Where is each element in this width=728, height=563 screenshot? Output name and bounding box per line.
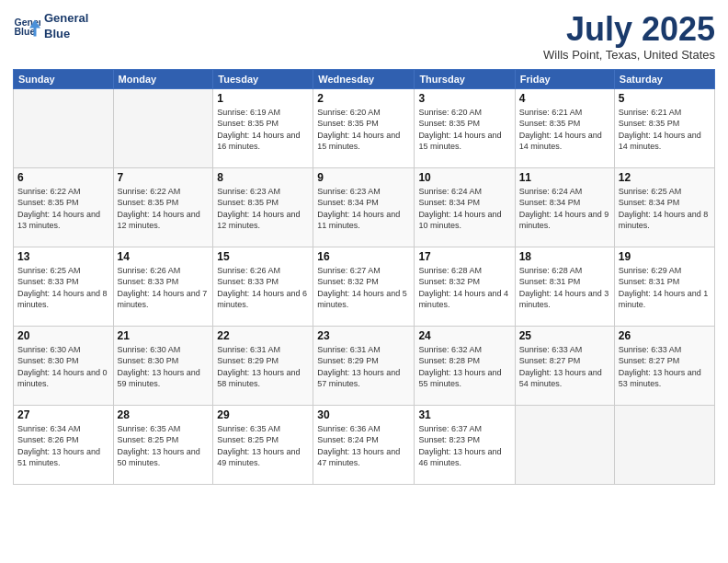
- day-info: Sunrise: 6:23 AM Sunset: 8:35 PM Dayligh…: [217, 186, 309, 232]
- day-info: Sunrise: 6:33 AM Sunset: 8:27 PM Dayligh…: [619, 344, 711, 390]
- day-number: 4: [519, 92, 610, 105]
- calendar-cell: [614, 405, 714, 484]
- day-info: Sunrise: 6:30 AM Sunset: 8:30 PM Dayligh…: [17, 344, 109, 390]
- calendar-cell: 17Sunrise: 6:28 AM Sunset: 8:32 PM Dayli…: [415, 247, 515, 326]
- calendar-cell: [515, 405, 614, 484]
- calendar-cell: 25Sunrise: 6:33 AM Sunset: 8:27 PM Dayli…: [515, 326, 614, 405]
- day-info: Sunrise: 6:30 AM Sunset: 8:30 PM Dayligh…: [118, 344, 210, 390]
- weekday-header-friday: Friday: [515, 69, 614, 88]
- day-info: Sunrise: 6:25 AM Sunset: 8:33 PM Dayligh…: [17, 265, 109, 311]
- day-number: 27: [17, 408, 109, 421]
- day-info: Sunrise: 6:26 AM Sunset: 8:33 PM Dayligh…: [118, 265, 210, 311]
- logo-line1: General: [44, 11, 88, 27]
- day-info: Sunrise: 6:20 AM Sunset: 8:35 PM Dayligh…: [317, 107, 410, 153]
- calendar-cell: [14, 88, 114, 167]
- day-info: Sunrise: 6:24 AM Sunset: 8:34 PM Dayligh…: [519, 186, 610, 232]
- day-info: Sunrise: 6:26 AM Sunset: 8:33 PM Dayligh…: [217, 265, 309, 311]
- calendar-cell: 20Sunrise: 6:30 AM Sunset: 8:30 PM Dayli…: [14, 326, 114, 405]
- calendar-cell: 13Sunrise: 6:25 AM Sunset: 8:33 PM Dayli…: [14, 247, 114, 326]
- calendar-cell: 11Sunrise: 6:24 AM Sunset: 8:34 PM Dayli…: [515, 167, 614, 247]
- day-info: Sunrise: 6:28 AM Sunset: 8:32 PM Dayligh…: [418, 265, 510, 311]
- day-info: Sunrise: 6:21 AM Sunset: 8:35 PM Dayligh…: [519, 107, 610, 153]
- calendar-week-row: 27Sunrise: 6:34 AM Sunset: 8:26 PM Dayli…: [14, 405, 715, 484]
- calendar-week-row: 20Sunrise: 6:30 AM Sunset: 8:30 PM Dayli…: [14, 326, 715, 405]
- weekday-header-tuesday: Tuesday: [213, 69, 313, 88]
- calendar-cell: 26Sunrise: 6:33 AM Sunset: 8:27 PM Dayli…: [614, 326, 714, 405]
- calendar-cell: 19Sunrise: 6:29 AM Sunset: 8:31 PM Dayli…: [614, 247, 714, 326]
- calendar-cell: 23Sunrise: 6:31 AM Sunset: 8:29 PM Dayli…: [313, 326, 415, 405]
- calendar-cell: 21Sunrise: 6:30 AM Sunset: 8:30 PM Dayli…: [113, 326, 213, 405]
- day-info: Sunrise: 6:29 AM Sunset: 8:31 PM Dayligh…: [619, 265, 711, 311]
- day-info: Sunrise: 6:33 AM Sunset: 8:27 PM Dayligh…: [519, 344, 610, 390]
- day-info: Sunrise: 6:31 AM Sunset: 8:29 PM Dayligh…: [217, 344, 309, 390]
- logo-text-block: General Blue: [44, 11, 88, 42]
- day-number: 30: [317, 408, 410, 421]
- day-info: Sunrise: 6:31 AM Sunset: 8:29 PM Dayligh…: [317, 344, 410, 390]
- weekday-header-wednesday: Wednesday: [313, 69, 415, 88]
- day-info: Sunrise: 6:36 AM Sunset: 8:24 PM Dayligh…: [317, 423, 410, 469]
- day-number: 22: [217, 329, 309, 342]
- calendar-cell: 30Sunrise: 6:36 AM Sunset: 8:24 PM Dayli…: [313, 405, 415, 484]
- calendar-cell: 8Sunrise: 6:23 AM Sunset: 8:35 PM Daylig…: [213, 167, 313, 247]
- calendar-cell: 6Sunrise: 6:22 AM Sunset: 8:35 PM Daylig…: [14, 167, 114, 247]
- calendar-cell: 10Sunrise: 6:24 AM Sunset: 8:34 PM Dayli…: [415, 167, 515, 247]
- day-number: 21: [118, 329, 210, 342]
- day-number: 15: [217, 250, 309, 263]
- calendar-cell: 12Sunrise: 6:25 AM Sunset: 8:34 PM Dayli…: [614, 167, 714, 247]
- title-block: July 2025 Wills Point, Texas, United Sta…: [543, 11, 715, 62]
- day-info: Sunrise: 6:27 AM Sunset: 8:32 PM Dayligh…: [317, 265, 410, 311]
- weekday-header-sunday: Sunday: [14, 69, 114, 88]
- calendar-week-row: 1Sunrise: 6:19 AM Sunset: 8:35 PM Daylig…: [14, 88, 715, 167]
- day-info: Sunrise: 6:20 AM Sunset: 8:35 PM Dayligh…: [418, 107, 510, 153]
- day-number: 8: [217, 171, 309, 184]
- day-info: Sunrise: 6:22 AM Sunset: 8:35 PM Dayligh…: [17, 186, 109, 232]
- page-header: General Blue General Blue July 2025 Will…: [13, 11, 715, 62]
- calendar-cell: 5Sunrise: 6:21 AM Sunset: 8:35 PM Daylig…: [614, 88, 714, 167]
- day-number: 7: [118, 171, 210, 184]
- day-number: 24: [418, 329, 510, 342]
- logo: General Blue General Blue: [13, 11, 88, 42]
- day-info: Sunrise: 6:22 AM Sunset: 8:35 PM Dayligh…: [118, 186, 210, 232]
- logo-line2: Blue: [44, 27, 88, 42]
- day-number: 12: [619, 171, 711, 184]
- weekday-header-saturday: Saturday: [614, 69, 714, 88]
- day-number: 16: [317, 250, 410, 263]
- calendar-cell: 31Sunrise: 6:37 AM Sunset: 8:23 PM Dayli…: [415, 405, 515, 484]
- calendar-cell: 2Sunrise: 6:20 AM Sunset: 8:35 PM Daylig…: [313, 88, 415, 167]
- day-info: Sunrise: 6:32 AM Sunset: 8:28 PM Dayligh…: [418, 344, 510, 390]
- calendar-cell: 7Sunrise: 6:22 AM Sunset: 8:35 PM Daylig…: [113, 167, 213, 247]
- day-number: 20: [17, 329, 109, 342]
- day-number: 6: [17, 171, 109, 184]
- day-number: 19: [619, 250, 711, 263]
- day-number: 28: [118, 408, 210, 421]
- weekday-header-row: SundayMondayTuesdayWednesdayThursdayFrid…: [14, 69, 715, 88]
- calendar-cell: 14Sunrise: 6:26 AM Sunset: 8:33 PM Dayli…: [113, 247, 213, 326]
- day-info: Sunrise: 6:37 AM Sunset: 8:23 PM Dayligh…: [418, 423, 510, 469]
- day-info: Sunrise: 6:35 AM Sunset: 8:25 PM Dayligh…: [217, 423, 309, 469]
- day-info: Sunrise: 6:21 AM Sunset: 8:35 PM Dayligh…: [619, 107, 711, 153]
- day-number: 29: [217, 408, 309, 421]
- day-number: 18: [519, 250, 610, 263]
- weekday-header-monday: Monday: [113, 69, 213, 88]
- calendar-cell: 16Sunrise: 6:27 AM Sunset: 8:32 PM Dayli…: [313, 247, 415, 326]
- day-number: 31: [418, 408, 510, 421]
- day-number: 9: [317, 171, 410, 184]
- day-number: 11: [519, 171, 610, 184]
- day-number: 17: [418, 250, 510, 263]
- day-info: Sunrise: 6:24 AM Sunset: 8:34 PM Dayligh…: [418, 186, 510, 232]
- calendar-cell: 1Sunrise: 6:19 AM Sunset: 8:35 PM Daylig…: [213, 88, 313, 167]
- day-number: 25: [519, 329, 610, 342]
- calendar-cell: 28Sunrise: 6:35 AM Sunset: 8:25 PM Dayli…: [113, 405, 213, 484]
- day-number: 26: [619, 329, 711, 342]
- weekday-header-thursday: Thursday: [415, 69, 515, 88]
- calendar-week-row: 6Sunrise: 6:22 AM Sunset: 8:35 PM Daylig…: [14, 167, 715, 247]
- day-number: 1: [217, 92, 309, 105]
- day-info: Sunrise: 6:34 AM Sunset: 8:26 PM Dayligh…: [17, 423, 109, 469]
- calendar-cell: 27Sunrise: 6:34 AM Sunset: 8:26 PM Dayli…: [14, 405, 114, 484]
- calendar-cell: 4Sunrise: 6:21 AM Sunset: 8:35 PM Daylig…: [515, 88, 614, 167]
- day-info: Sunrise: 6:35 AM Sunset: 8:25 PM Dayligh…: [118, 423, 210, 469]
- calendar-cell: 18Sunrise: 6:28 AM Sunset: 8:31 PM Dayli…: [515, 247, 614, 326]
- day-number: 5: [619, 92, 711, 105]
- calendar-cell: 29Sunrise: 6:35 AM Sunset: 8:25 PM Dayli…: [213, 405, 313, 484]
- month-title: July 2025: [543, 11, 715, 48]
